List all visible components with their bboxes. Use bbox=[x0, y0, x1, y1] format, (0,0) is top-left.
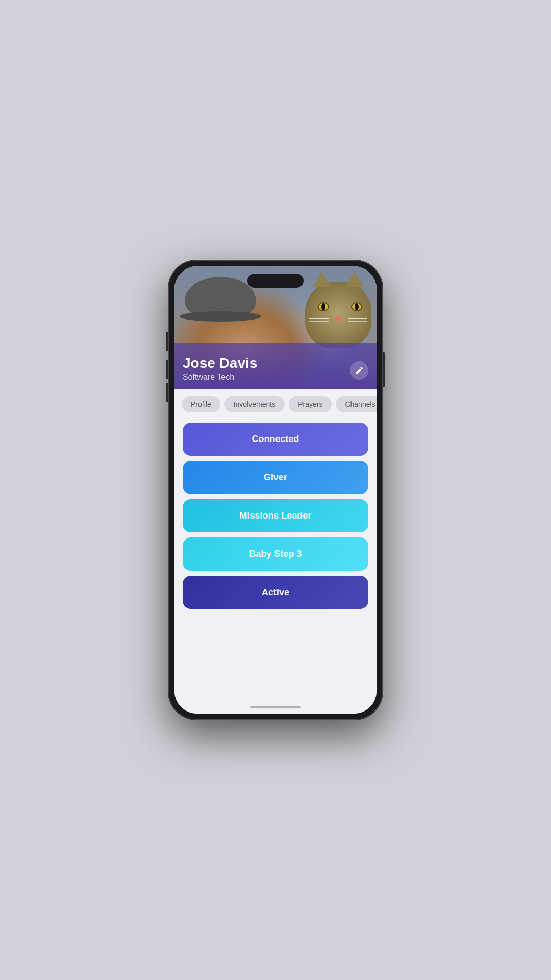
edit-button[interactable] bbox=[350, 361, 368, 380]
tab-channels[interactable]: Channels bbox=[336, 396, 377, 412]
tab-profile[interactable]: Profile bbox=[182, 396, 220, 412]
card-active[interactable]: Active bbox=[183, 576, 368, 609]
card-giver[interactable]: Giver bbox=[183, 461, 368, 494]
tab-prayers[interactable]: Prayers bbox=[289, 396, 332, 412]
card-connected[interactable]: Connected bbox=[183, 423, 368, 456]
card-babystep[interactable]: Baby Step 3 bbox=[183, 537, 368, 571]
scroll-area[interactable]: Profile Involvements Prayers Channels Co… bbox=[174, 389, 377, 714]
name-area: Jose Davis Software Tech bbox=[174, 350, 377, 389]
card-missions[interactable]: Missions Leader bbox=[183, 499, 368, 532]
person-title: Software Tech bbox=[183, 373, 368, 382]
home-indicator bbox=[250, 706, 301, 708]
pencil-icon bbox=[355, 366, 364, 375]
cards-area: Connected Giver Missions Leader Baby Ste… bbox=[174, 415, 377, 616]
phone-screen: Jose Davis Software Tech Profile Involve… bbox=[174, 266, 377, 714]
dynamic-island bbox=[247, 274, 304, 288]
person-name: Jose Davis bbox=[183, 356, 368, 372]
phone-frame: Jose Davis Software Tech Profile Involve… bbox=[168, 260, 383, 720]
tabs-row: Profile Involvements Prayers Channels bbox=[174, 389, 377, 415]
tab-involvements[interactable]: Involvements bbox=[224, 396, 285, 412]
